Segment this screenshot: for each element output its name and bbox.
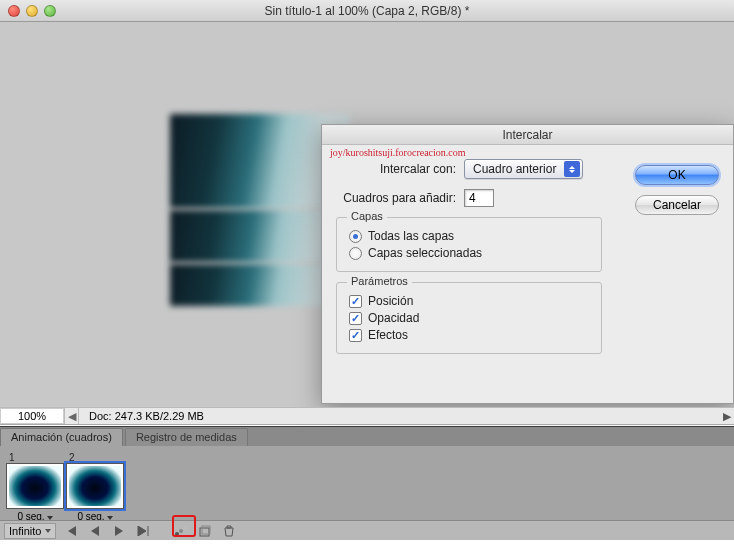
status-chevron-right-icon[interactable]: ▶: [720, 410, 734, 423]
animation-frames: 1 0 seg. 2 0 seg.: [0, 446, 734, 522]
frame-thumbnail[interactable]: [66, 463, 124, 509]
tween-frames-button[interactable]: [172, 523, 190, 539]
svg-point-0: [175, 532, 179, 536]
prev-frame-button[interactable]: [86, 523, 104, 539]
window-titlebar: Sin título-1 al 100% (Capa 2, RGB/8) *: [0, 0, 734, 22]
checkbox-icon: [349, 295, 362, 308]
frame-thumbnail[interactable]: [6, 463, 64, 509]
chevron-down-icon: [45, 529, 51, 533]
tab-measurement-log[interactable]: Registro de medidas: [125, 428, 248, 446]
svg-point-1: [179, 529, 183, 533]
animation-frame[interactable]: 2 0 seg.: [66, 452, 124, 522]
frames-to-add-input[interactable]: [464, 189, 494, 207]
status-chevron-left-icon[interactable]: ◀: [65, 408, 79, 424]
checkbox-icon: [349, 312, 362, 325]
frame-number: 1: [6, 452, 64, 463]
zoom-level-field[interactable]: 100%: [0, 408, 65, 424]
select-arrows-icon: [564, 161, 580, 177]
tab-animation[interactable]: Animación (cuadros): [0, 428, 123, 446]
parameters-legend: Parámetros: [347, 275, 412, 287]
radio-selected-layers-label: Capas seleccionadas: [368, 246, 482, 260]
loop-mode-value: Infinito: [9, 525, 41, 537]
document-canvas[interactable]: Intercalar joy/kuroshitsuji.forocreacion…: [0, 22, 734, 422]
window-title: Sin título-1 al 100% (Capa 2, RGB/8) *: [0, 4, 734, 18]
checkbox-position-label: Posición: [368, 294, 413, 308]
animation-frame[interactable]: 1 0 seg.: [6, 452, 64, 522]
radio-all-layers[interactable]: Todas las capas: [349, 229, 589, 243]
layers-fieldset: Capas Todas las capas Capas seleccionada…: [336, 217, 602, 272]
frame-number: 2: [66, 452, 124, 463]
checkbox-effects[interactable]: Efectos: [349, 328, 589, 342]
dialog-title: Intercalar: [322, 125, 733, 145]
tween-with-select[interactable]: Cuadro anterior: [464, 159, 583, 179]
delete-frame-button[interactable]: [220, 523, 238, 539]
radio-selected-layers[interactable]: Capas seleccionadas: [349, 246, 589, 260]
radio-icon: [349, 247, 362, 260]
status-bar: 100% ◀ Doc: 247.3 KB/2.29 MB ▶: [0, 407, 734, 425]
document-info: Doc: 247.3 KB/2.29 MB: [79, 410, 720, 422]
checkbox-position[interactable]: Posición: [349, 294, 589, 308]
svg-rect-3: [200, 528, 209, 536]
radio-icon: [349, 230, 362, 243]
first-frame-button[interactable]: [62, 523, 80, 539]
checkbox-icon: [349, 329, 362, 342]
checkbox-effects-label: Efectos: [368, 328, 408, 342]
layers-legend: Capas: [347, 210, 387, 222]
parameters-fieldset: Parámetros Posición Opacidad Efectos: [336, 282, 602, 354]
tween-dialog: Intercalar joy/kuroshitsuji.forocreacion…: [321, 124, 734, 404]
loop-mode-select[interactable]: Infinito: [4, 523, 56, 539]
radio-all-layers-label: Todas las capas: [368, 229, 454, 243]
tween-with-value: Cuadro anterior: [473, 162, 556, 176]
play-button[interactable]: [110, 523, 128, 539]
animation-controls-bar: Infinito: [0, 520, 734, 540]
checkbox-opacity[interactable]: Opacidad: [349, 311, 589, 325]
duplicate-frame-button[interactable]: [196, 523, 214, 539]
frames-to-add-label: Cuadros para añadir:: [336, 191, 456, 205]
checkbox-opacity-label: Opacidad: [368, 311, 419, 325]
panel-tabstrip: Animación (cuadros) Registro de medidas: [0, 426, 734, 446]
svg-point-2: [183, 526, 187, 530]
tween-with-label: Intercalar con:: [336, 162, 456, 176]
next-frame-button[interactable]: [134, 523, 152, 539]
animation-panel: 1 0 seg. 2 0 seg.: [0, 446, 734, 520]
